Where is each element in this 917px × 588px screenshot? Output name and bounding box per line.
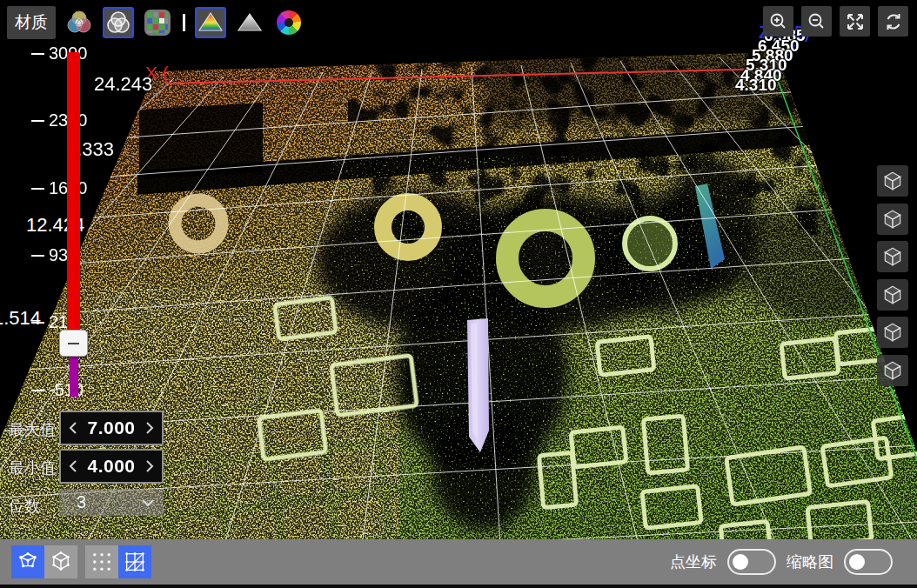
tick-mark — [31, 255, 44, 257]
scene-value-label: 24.243 — [94, 73, 152, 96]
min-value-field[interactable]: 4.000 — [87, 456, 135, 477]
zoom-in-icon[interactable] — [763, 6, 793, 37]
white-venn-icon[interactable] — [103, 7, 134, 38]
chevron-right-icon[interactable] — [145, 459, 154, 473]
cube-view-button-6[interactable] — [877, 355, 908, 386]
point-cloud-viewer-window: X ( Z(985) 24.243 8.333 12.424 1.514 6.9… — [0, 0, 917, 588]
tick-mark — [31, 53, 44, 55]
toggle-knob — [733, 554, 748, 570]
perspective-cube-icon[interactable] — [11, 545, 44, 578]
gray-pyramid-icon[interactable] — [234, 7, 265, 38]
max-value-field[interactable]: 7.000 — [87, 418, 135, 438]
color-scale-slider-handle[interactable] — [59, 330, 88, 357]
scene-value-label: 4.310 — [735, 76, 777, 95]
mesh-grid-icon[interactable] — [118, 545, 151, 578]
max-value-label: 最大值 — [9, 419, 56, 440]
rgb-venn-icon[interactable] — [64, 7, 95, 38]
chevron-left-icon[interactable] — [69, 459, 77, 473]
tick-label: -510 — [49, 380, 84, 400]
max-value-stepper: 7.000 — [59, 411, 164, 445]
minus-icon — [68, 343, 79, 344]
material-button[interactable]: 材质 — [7, 6, 56, 39]
digits-value: 3 — [77, 492, 141, 512]
tick-mark — [31, 390, 44, 391]
color-wheel-icon[interactable] — [273, 7, 305, 38]
thumbnail-toggle[interactable] — [844, 549, 893, 575]
min-value-stepper: 4.000 — [59, 449, 164, 484]
tick-mark — [31, 322, 44, 324]
tick-mark — [31, 188, 44, 190]
thumbnail-label: 缩略图 — [786, 551, 833, 572]
color-scale-bar-upper[interactable] — [67, 52, 80, 332]
view-controls — [763, 6, 908, 37]
chevron-down-icon — [141, 498, 155, 507]
point-grid-icon[interactable] — [85, 545, 118, 578]
cube-view-button-1[interactable] — [877, 165, 908, 197]
pixel-grid-icon[interactable] — [142, 7, 173, 38]
toggle-knob — [849, 554, 865, 570]
projection-buttons — [11, 545, 77, 578]
status-bar: 点坐标 缩略图 — [0, 539, 917, 588]
chevron-right-icon[interactable] — [145, 421, 154, 435]
digits-label: 位数 — [9, 496, 40, 517]
fullscreen-icon[interactable] — [840, 6, 870, 37]
ortho-cube-icon[interactable] — [44, 545, 77, 578]
top-toolbar: 材质 — [7, 6, 305, 39]
point-coord-toggle[interactable] — [727, 549, 776, 575]
tick-mark — [31, 120, 44, 122]
refresh-icon[interactable] — [878, 6, 908, 37]
chevron-left-icon[interactable] — [69, 421, 77, 435]
digits-dropdown[interactable]: 3 — [59, 489, 164, 516]
statusbar-toggles: 点坐标 缩略图 — [670, 549, 893, 575]
zoom-out-icon[interactable] — [801, 6, 832, 37]
cube-view-button-2[interactable] — [877, 204, 908, 235]
rainbow-pyramid-icon[interactable] — [195, 7, 226, 38]
toolbar-separator — [183, 14, 185, 31]
point-coord-label: 点坐标 — [670, 551, 717, 572]
grid-mode-buttons — [85, 545, 151, 578]
min-value-label: 最小值 — [9, 458, 56, 478]
cube-view-button-5[interactable] — [877, 317, 908, 348]
cube-view-button-4[interactable] — [877, 279, 908, 311]
cube-view-button-3[interactable] — [877, 241, 908, 272]
color-scale-bar-lower[interactable] — [70, 353, 78, 397]
